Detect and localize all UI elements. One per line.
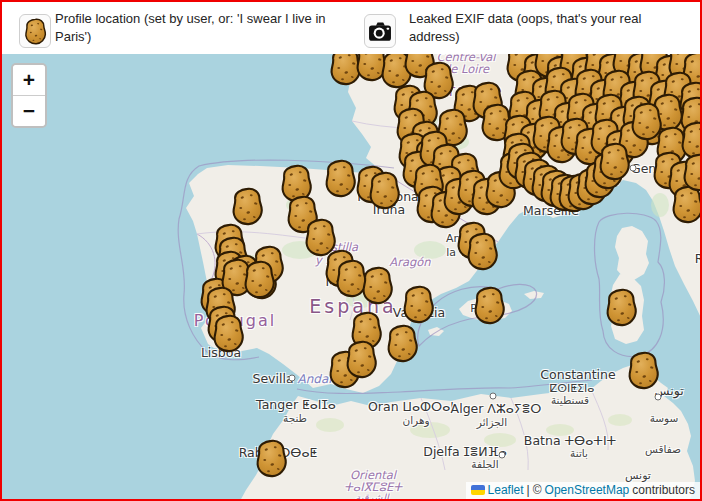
potato-icon [19, 14, 51, 48]
potato-marker[interactable] [386, 324, 419, 363]
screenshot-frame: Profile location (set by user, or: 'I sw… [0, 0, 702, 501]
legend-text-profile: Profile location (set by user, or: 'I sw… [55, 10, 326, 46]
legend-text-exif: Leaked EXIF data (oops, that's your real… [409, 10, 641, 46]
potato-marker[interactable] [402, 285, 435, 324]
attribution-bar: Leaflet | © OpenStreetMap contributors [466, 482, 700, 499]
attribution-separator: | [527, 483, 530, 497]
potato-marker[interactable] [473, 286, 506, 325]
legend-line: address) [409, 28, 641, 46]
map-canvas[interactable]: NantesCentre-Valde LoireFranceSvizzera/S… [2, 54, 700, 499]
legend-line: Profile location (set by user, or: 'I sw… [55, 10, 326, 28]
potato-marker[interactable] [231, 187, 264, 226]
potato-marker[interactable] [368, 171, 401, 210]
potato-marker[interactable] [466, 232, 499, 271]
zoom-control: + − [11, 63, 47, 128]
copyright-symbol: © [533, 483, 542, 497]
ukraine-flag-icon [471, 485, 485, 495]
potato-marker[interactable] [243, 260, 276, 299]
potato-marker[interactable] [598, 142, 631, 181]
potato-marker[interactable] [324, 159, 357, 198]
leaflet-link[interactable]: Leaflet [488, 483, 524, 497]
zoom-in-button[interactable]: + [13, 65, 45, 96]
potato-marker[interactable] [345, 340, 378, 379]
potato-marker[interactable] [605, 288, 638, 327]
potato-marker[interactable] [255, 439, 288, 478]
potato-marker[interactable] [627, 351, 660, 390]
openstreetmap-link[interactable]: OpenStreetMap [545, 483, 630, 497]
potato-marker[interactable] [682, 153, 701, 192]
legend: Profile location (set by user, or: 'I sw… [2, 2, 700, 54]
potato-marker[interactable] [361, 266, 394, 305]
marker-layer [2, 54, 700, 499]
potato-marker[interactable] [212, 314, 245, 353]
legend-line: Paris') [55, 28, 326, 46]
zoom-out-button[interactable]: − [13, 96, 45, 126]
legend-line: Leaked EXIF data (oops, that's your real [409, 10, 641, 28]
camera-icon [364, 14, 396, 48]
contributors-text: contributors [632, 483, 695, 497]
